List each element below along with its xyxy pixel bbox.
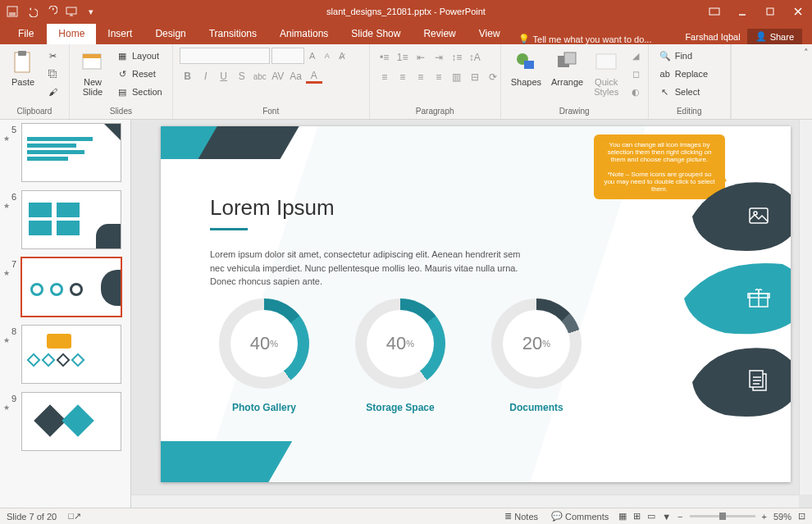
replace-button[interactable]: abReplace — [655, 66, 711, 82]
slide[interactable]: Lorem Ipsum Lorem ipsum dolor sit amet, … — [161, 126, 791, 482]
underline-button[interactable]: U — [216, 69, 232, 84]
align-center-button[interactable]: ≡ — [395, 70, 411, 84]
horizontal-scrollbar[interactable] — [131, 494, 799, 508]
grow-font-icon[interactable]: A — [306, 49, 319, 62]
select-button[interactable]: ↖Select — [655, 84, 711, 100]
justify-button[interactable]: ≡ — [431, 70, 447, 84]
ribbon-options-icon[interactable] — [700, 0, 728, 23]
maximize-icon[interactable] — [756, 0, 784, 23]
bullets-button[interactable]: •≡ — [376, 50, 393, 65]
text-direction-button[interactable]: ↕A — [467, 50, 483, 65]
normal-view-icon[interactable]: ▦ — [618, 511, 627, 522]
font-color-button[interactable]: A — [306, 69, 322, 84]
align-text-button[interactable]: ⊟ — [467, 70, 483, 84]
sorter-view-icon[interactable]: ⊞ — [633, 511, 641, 522]
paste-button[interactable]: Paste — [7, 48, 39, 89]
shape-effects-button[interactable]: ◐ — [626, 84, 645, 100]
tab-slideshow[interactable]: Slide Show — [340, 24, 412, 44]
find-button[interactable]: 🔍Find — [655, 48, 711, 64]
smartart-button[interactable]: ⟳ — [485, 70, 501, 84]
indent-right-button[interactable]: ⇥ — [431, 50, 447, 65]
font-family-select[interactable] — [180, 48, 270, 64]
zoom-in-button[interactable]: + — [762, 512, 767, 522]
notes-button[interactable]: ≣Notes — [501, 511, 541, 522]
petal-gift[interactable] — [684, 257, 791, 339]
zoom-level[interactable]: 59% — [773, 512, 791, 522]
save-icon[interactable] — [7, 6, 18, 17]
align-left-button[interactable]: ≡ — [376, 70, 393, 84]
format-painter-button[interactable]: 🖌 — [43, 84, 62, 100]
tab-insert[interactable]: Insert — [96, 24, 144, 44]
bold-button[interactable]: B — [180, 69, 196, 84]
spell-check-icon[interactable]: □↗ — [68, 511, 81, 522]
indent-left-button[interactable]: ⇤ — [413, 50, 429, 65]
redo-icon[interactable] — [46, 6, 57, 17]
slide-count[interactable]: Slide 7 of 20 — [7, 512, 57, 522]
reading-view-icon[interactable]: ▭ — [647, 511, 655, 522]
slide-body-text[interactable]: Lorem ipsum dolor sit amet, consectetur … — [210, 248, 522, 289]
thumb-num: 9 — [3, 392, 16, 403]
slide-thumbnails-panel[interactable]: 5★ 6★ 7★ — [0, 120, 131, 508]
thumbnail-9[interactable]: 9★ — [3, 392, 124, 451]
undo-icon[interactable] — [26, 6, 38, 17]
copy-button[interactable]: ⿻ — [43, 66, 62, 82]
shape-outline-button[interactable]: ◻ — [626, 66, 645, 82]
strike-button[interactable]: S — [234, 69, 250, 84]
align-right-button[interactable]: ≡ — [413, 70, 429, 84]
shapes-button[interactable]: Shapes — [508, 48, 545, 89]
layout-button[interactable]: ▦Layout — [112, 48, 166, 64]
donut-photo-gallery[interactable]: 40% Photo Gallery — [210, 298, 318, 413]
qat-customize-icon[interactable]: ▾ — [85, 6, 97, 17]
vertical-scrollbar[interactable] — [799, 120, 812, 494]
reset-button[interactable]: ↺Reset — [112, 66, 166, 82]
slideshow-view-icon[interactable]: ▼ — [662, 512, 671, 522]
font-size-select[interactable] — [271, 48, 304, 64]
donut-storage-space[interactable]: 40% Storage Space — [346, 298, 454, 413]
comments-button[interactable]: 💬Comments — [548, 511, 612, 522]
line-spacing-button[interactable]: ↕≡ — [449, 50, 465, 65]
fit-window-icon[interactable]: ⊡ — [798, 511, 805, 522]
quick-styles-button[interactable]: Quick Styles — [590, 48, 623, 98]
account-name[interactable]: Farshad Iqbal — [685, 32, 740, 42]
close-icon[interactable] — [784, 0, 812, 23]
shrink-font-icon[interactable]: A — [321, 49, 334, 62]
tab-animations[interactable]: Animations — [268, 24, 340, 44]
arrange-button[interactable]: Arrange — [548, 48, 586, 89]
slide-title[interactable]: Lorem Ipsum — [210, 195, 335, 221]
zoom-out-button[interactable]: − — [677, 512, 682, 522]
tell-me-search[interactable]: 💡 Tell me what you want to do... — [518, 34, 652, 44]
clear-format-icon[interactable]: A̷ — [335, 49, 349, 62]
share-button[interactable]: 👤 Share — [747, 29, 802, 44]
new-slide-button[interactable]: New Slide — [76, 48, 109, 98]
petal-document[interactable] — [692, 341, 791, 423]
columns-button[interactable]: ▥ — [449, 70, 465, 84]
tab-design[interactable]: Design — [144, 24, 197, 44]
tab-file[interactable]: File — [5, 24, 47, 44]
shapes-icon — [513, 49, 539, 75]
thumbnail-5[interactable]: 5★ — [3, 123, 124, 182]
find-icon: 🔍 — [659, 49, 672, 62]
section-button[interactable]: ▤Section — [112, 84, 166, 100]
collapse-ribbon-icon[interactable]: ˄ — [804, 48, 809, 58]
italic-button[interactable]: I — [198, 69, 214, 84]
thumbnail-7[interactable]: 7★ — [3, 257, 124, 317]
tab-review[interactable]: Review — [412, 24, 467, 44]
thumbnail-8[interactable]: 8★ — [3, 325, 124, 384]
start-slideshow-icon[interactable] — [66, 6, 77, 17]
tab-view[interactable]: View — [468, 24, 512, 44]
petal-image[interactable] — [692, 175, 791, 257]
tab-transitions[interactable]: Transitions — [198, 24, 268, 44]
cut-button[interactable]: ✂ — [43, 48, 62, 64]
numbering-button[interactable]: 1≡ — [395, 50, 411, 65]
brush-icon: 🖌 — [46, 85, 59, 98]
minimize-icon[interactable] — [728, 0, 756, 23]
spacing-button[interactable]: AV — [270, 69, 286, 84]
zoom-slider[interactable] — [690, 515, 755, 517]
thumbnail-6[interactable]: 6★ — [3, 190, 124, 249]
case-button[interactable]: Aa — [288, 69, 304, 84]
shape-fill-button[interactable]: ◢ — [626, 48, 645, 64]
shadow-button[interactable]: abc — [252, 69, 268, 84]
window-controls — [700, 0, 812, 23]
donut-documents[interactable]: 20% Documents — [482, 298, 591, 413]
tab-home[interactable]: Home — [47, 24, 96, 44]
